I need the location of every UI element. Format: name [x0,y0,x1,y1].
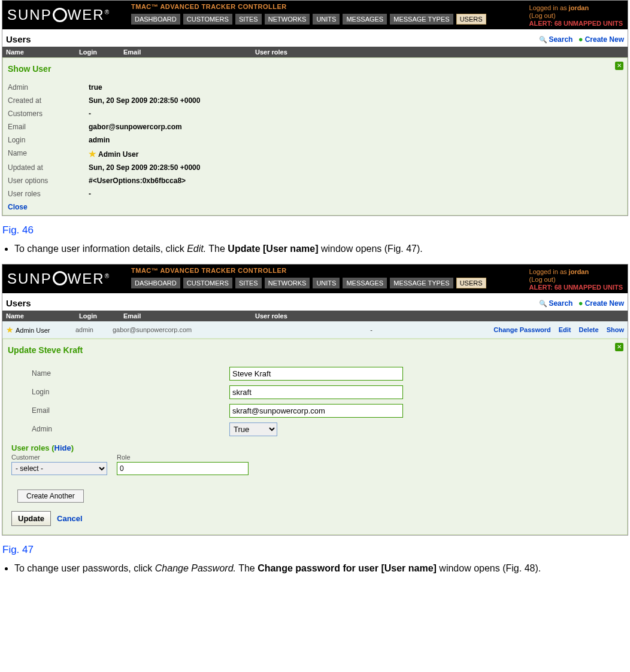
row-login: admin [75,326,113,333]
create-new-link[interactable]: Create New [578,299,624,308]
alert-banner[interactable]: ALERT: 68 UNMAPPED UNITS [529,284,623,291]
tab-units[interactable]: UNITS [313,14,340,25]
name-label: Name [8,149,89,159]
section-bar: Users Search Create New [2,293,628,311]
close-icon[interactable]: ✕ [615,62,623,70]
admin-select[interactable]: True [229,422,277,436]
login-input[interactable] [229,385,403,399]
role-input[interactable] [117,462,249,475]
tab-users[interactable]: USERS [456,278,486,288]
tab-dashboard[interactable]: DASHBOARD [131,278,180,288]
tab-sites[interactable]: SITES [235,278,262,288]
update-button[interactable]: Update [11,511,51,526]
email-input[interactable] [229,404,403,418]
instruction-list: To change user passwords, click Change P… [14,562,629,575]
edit-link[interactable]: Edit [559,326,571,333]
create-new-link[interactable]: Create New [578,35,624,44]
create-another-button[interactable]: Create Another [17,489,84,503]
section-title: Users [6,34,31,44]
customers-label: Customers [8,110,89,118]
options-label: User options [8,177,89,185]
table-row[interactable]: ★Admin User admin gabor@sunpowercorp.com… [2,321,628,339]
panel-footer: Update Cancel [8,506,622,531]
show-link[interactable]: Show [607,326,624,333]
col-name: Name [6,48,79,56]
roles-label: User roles [8,190,89,198]
row-email: gabor@sunpowercorp.com [113,326,255,333]
tab-dashboard[interactable]: DASHBOARD [131,14,180,25]
tab-sites[interactable]: SITES [235,14,262,25]
tab-users[interactable]: USERS [456,14,486,25]
tab-customers[interactable]: CUSTOMERS [183,278,232,288]
admin-value: true [89,83,102,92]
row-actions: Change Password Edit Delete Show [487,326,624,333]
tab-networks[interactable]: NETWORKS [265,14,310,25]
customers-value: - [89,110,91,118]
col-roles: User roles [255,312,624,320]
email-label: Email [8,406,229,415]
cancel-link[interactable]: Cancel [57,514,83,523]
column-header: Name Login Email User roles [2,311,628,321]
nav-tabs: DASHBOARD CUSTOMERS SITES NETWORKS UNITS… [131,278,487,288]
user-roles-title: User roles (Hide) [8,439,622,454]
logout-link[interactable]: (Log out) [529,12,556,19]
created-label: Created at [8,96,89,105]
show-user-panel: ✕ Show User Admintrue Created atSun, 20 … [2,57,628,215]
hide-link[interactable]: Hide [54,443,71,452]
header-center: TMAC™ ADVANCED TRACKER CONTROLLER DASHBO… [131,3,487,25]
tab-customers[interactable]: CUSTOMERS [183,14,232,25]
update-user-panel: ✕ Update Steve Kraft Name Login Email Ad… [2,339,628,535]
row-roles: - [255,326,487,333]
change-password-link[interactable]: Change Password [493,326,550,333]
star-icon: ★ [89,149,96,159]
app-header: SUNPWER® TMAC™ ADVANCED TRACKER CONTROLL… [2,264,628,293]
role-label: Role [117,454,249,461]
updated-label: Updated at [8,163,89,172]
search-link[interactable]: Search [539,35,573,44]
tab-units[interactable]: UNITS [313,278,340,288]
nav-tabs: DASHBOARD CUSTOMERS SITES NETWORKS UNITS… [131,14,487,25]
tab-messages[interactable]: MESSAGES [343,278,387,288]
app-frame-show-user: SUNPWER® TMAC™ ADVANCED TRACKER CONTROLL… [2,0,628,216]
app-title: TMAC™ ADVANCED TRACKER CONTROLLER [131,267,487,274]
col-login: Login [79,48,123,56]
search-link[interactable]: Search [539,299,573,308]
close-link[interactable]: Close [8,200,622,211]
header-status: Logged in as jordan (Log out) ALERT: 68 … [529,3,623,29]
col-login: Login [79,312,123,320]
instruction-list: To change user information details, clic… [14,242,629,256]
logout-link[interactable]: (Log out) [529,276,556,283]
column-header: Name Login Email User roles [2,47,628,57]
row-name: ★Admin User [6,325,75,335]
instruction-item: To change user information details, clic… [14,242,629,256]
star-icon: ★ [6,325,14,335]
email-label: Email [8,123,89,131]
options-value: #<UserOptions:0xb6fbcca8> [89,177,186,185]
col-email: Email [123,312,255,320]
section-actions: Search Create New [535,35,624,44]
instruction-item: To change user passwords, click Change P… [14,562,629,575]
tab-message-types[interactable]: MESSAGE TYPES [390,14,453,25]
updated-value: Sun, 20 Sep 2009 20:28:50 +0000 [89,163,200,172]
name-value: ★Admin User [89,149,138,159]
panel-title: Update Steve Kraft [8,345,622,355]
app-title: TMAC™ ADVANCED TRACKER CONTROLLER [131,3,487,10]
customer-select[interactable]: - select - [11,462,107,475]
tab-messages[interactable]: MESSAGES [343,14,387,25]
section-actions: Search Create New [535,299,624,308]
delete-link[interactable]: Delete [579,326,599,333]
app-header: SUNPWER® TMAC™ ADVANCED TRACKER CONTROLL… [2,1,628,29]
name-label: Name [8,369,229,378]
tab-networks[interactable]: NETWORKS [265,278,310,288]
tab-message-types[interactable]: MESSAGE TYPES [390,278,453,288]
panel-title: Show User [8,64,622,74]
col-email: Email [123,48,255,56]
login-value: admin [89,136,110,144]
admin-label: Admin [8,83,89,92]
header-status: Logged in as jordan (Log out) ALERT: 68 … [529,267,623,293]
name-input[interactable] [229,367,403,381]
logo-ring-icon [53,271,67,285]
close-icon[interactable]: ✕ [615,343,623,351]
current-user: jordan [569,268,589,275]
alert-banner[interactable]: ALERT: 68 UNMAPPED UNITS [529,20,623,28]
